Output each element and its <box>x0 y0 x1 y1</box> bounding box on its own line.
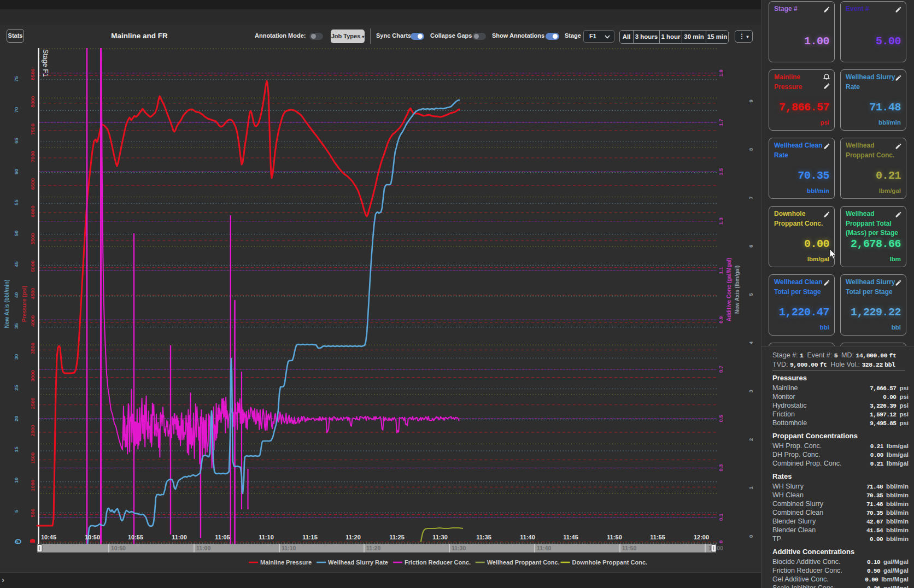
svg-text:1.3: 1.3 <box>718 217 724 225</box>
svg-text:0: 0 <box>748 535 754 538</box>
svg-text:50: 50 <box>13 231 19 237</box>
svg-text:11:50: 11:50 <box>607 534 622 540</box>
svg-text:New Axis (bbl/min): New Axis (bbl/min) <box>4 279 10 328</box>
svg-text:1.9: 1.9 <box>718 69 724 77</box>
svg-text:7: 7 <box>748 196 754 199</box>
svg-text:11:00: 11:00 <box>196 545 210 551</box>
svg-text:8000: 8000 <box>30 96 36 108</box>
svg-text:4: 4 <box>748 341 754 344</box>
svg-text:11:15: 11:15 <box>302 534 318 540</box>
svg-text:1: 1 <box>748 486 754 490</box>
svg-text:3: 3 <box>748 390 754 392</box>
svg-text:1.5: 1.5 <box>718 168 724 175</box>
svg-text:10: 10 <box>13 478 19 484</box>
svg-text:11:50: 11:50 <box>622 545 636 551</box>
svg-text:30: 30 <box>13 354 19 360</box>
svg-text:0.7: 0.7 <box>718 366 724 373</box>
svg-text:4000: 4000 <box>30 315 36 327</box>
svg-text:Wellhead Proppant Conc.: Wellhead Proppant Conc. <box>487 559 560 566</box>
svg-text:1.1: 1.1 <box>718 267 724 274</box>
svg-text:1000: 1000 <box>30 480 36 491</box>
svg-text:15: 15 <box>13 446 19 452</box>
svg-text:0.5: 0.5 <box>718 414 724 422</box>
svg-text:11:10: 11:10 <box>259 534 274 540</box>
svg-text:8500: 8500 <box>30 69 36 80</box>
svg-text:55: 55 <box>13 199 19 205</box>
svg-text:6000: 6000 <box>30 205 36 217</box>
svg-text:11:35: 11:35 <box>476 534 491 540</box>
svg-text:11:10: 11:10 <box>282 545 296 551</box>
svg-text:7000: 7000 <box>30 151 36 162</box>
svg-text:65: 65 <box>13 138 19 144</box>
svg-text:2: 2 <box>748 438 754 441</box>
svg-text:10:55: 10:55 <box>128 534 143 540</box>
svg-text:8: 8 <box>748 148 754 151</box>
svg-text:6: 6 <box>748 245 754 248</box>
svg-text:0.9: 0.9 <box>718 316 724 324</box>
svg-text:20: 20 <box>13 416 19 422</box>
svg-text:11:40: 11:40 <box>520 534 535 540</box>
svg-text:0.3: 0.3 <box>718 464 724 471</box>
svg-text:0.1: 0.1 <box>718 513 724 521</box>
svg-text:25: 25 <box>13 385 19 391</box>
svg-text:11:05: 11:05 <box>215 534 230 540</box>
svg-text:5: 5 <box>13 509 19 513</box>
svg-text:Stage F1: Stage F1 <box>42 49 49 77</box>
svg-text:1500: 1500 <box>30 452 36 464</box>
svg-text:11:25: 11:25 <box>389 534 405 540</box>
svg-text:75: 75 <box>13 76 19 82</box>
svg-text:New Axis (lbm/gal): New Axis (lbm/gal) <box>734 266 740 314</box>
svg-text:40: 40 <box>13 292 19 298</box>
svg-text:5: 5 <box>748 293 754 296</box>
svg-text:11:55: 11:55 <box>650 534 665 540</box>
svg-text:35: 35 <box>13 323 19 329</box>
svg-text:11:30: 11:30 <box>452 545 466 551</box>
svg-text:11:45: 11:45 <box>563 534 578 540</box>
svg-text:Additive Conc (gal/Mgal): Additive Conc (gal/Mgal) <box>726 258 732 322</box>
svg-text:45: 45 <box>13 261 19 267</box>
svg-text:Mainline Pressure: Mainline Pressure <box>260 559 312 566</box>
svg-text:4500: 4500 <box>30 288 36 299</box>
svg-text:10:50: 10:50 <box>111 545 126 551</box>
svg-text:11:00: 11:00 <box>172 534 187 540</box>
svg-text:Friction Reducer Conc.: Friction Reducer Conc. <box>405 559 471 566</box>
svg-text:Pressure (psi): Pressure (psi) <box>21 286 27 322</box>
svg-text:0: 0 <box>718 540 724 543</box>
svg-text:10:50: 10:50 <box>85 534 100 540</box>
svg-text:11:40: 11:40 <box>537 545 551 551</box>
svg-text:3000: 3000 <box>30 370 36 381</box>
svg-text:1.7: 1.7 <box>718 119 724 126</box>
svg-text:5000: 5000 <box>30 261 36 272</box>
svg-text:2000: 2000 <box>30 425 36 436</box>
svg-text:3500: 3500 <box>30 343 36 354</box>
svg-text:70: 70 <box>13 107 19 113</box>
svg-text:11:30: 11:30 <box>432 534 448 540</box>
svg-text:60: 60 <box>13 169 19 175</box>
svg-text:6500: 6500 <box>30 178 36 190</box>
svg-text:500: 500 <box>30 509 36 518</box>
svg-text:12:00: 12:00 <box>694 534 709 540</box>
svg-text:5500: 5500 <box>30 233 36 244</box>
svg-text:Wellhead Slurry Rate: Wellhead Slurry Rate <box>328 559 388 566</box>
svg-text:11:20: 11:20 <box>345 534 361 540</box>
svg-text:9: 9 <box>748 99 754 102</box>
svg-text:2500: 2500 <box>30 397 36 409</box>
svg-text:10:45: 10:45 <box>41 534 56 540</box>
svg-text:Downhole Proppant Conc.: Downhole Proppant Conc. <box>572 559 648 566</box>
svg-text:11:20: 11:20 <box>366 545 380 551</box>
svg-text:7500: 7500 <box>30 124 36 135</box>
